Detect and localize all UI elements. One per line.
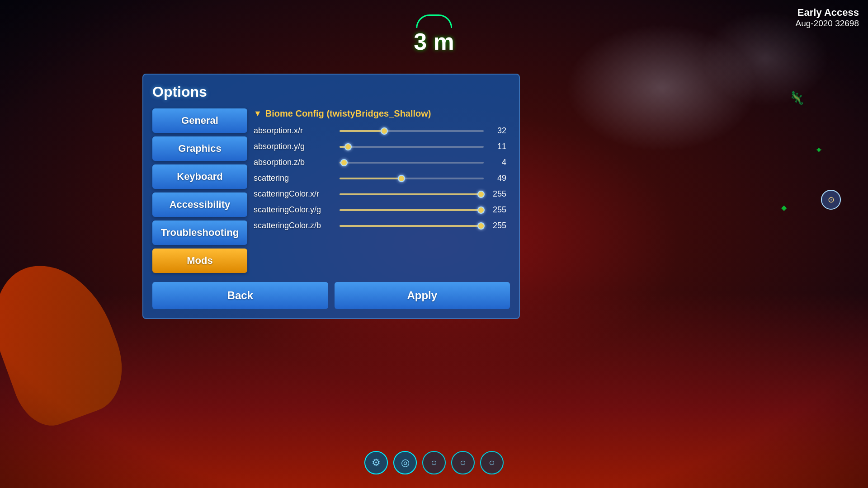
options-body: General Graphics Keyboard Accessibility … bbox=[152, 108, 510, 273]
slider-thumb-scattering[interactable] bbox=[398, 175, 405, 182]
biome-config-label: Biome Config (twistyBridges_Shallow) bbox=[265, 108, 431, 119]
slider-row-scattering-y: scatteringColor.y/g255 bbox=[254, 205, 506, 215]
slider-row-absorption-y: absorption.y/g11 bbox=[254, 142, 506, 151]
slider-thumb-absorption-z[interactable] bbox=[340, 159, 348, 166]
sliders-container: absorption.x/r32absorption.y/g11absorpti… bbox=[254, 126, 506, 230]
hud-icon-3[interactable]: ○ bbox=[451, 451, 475, 474]
slider-thumb-absorption-x[interactable] bbox=[381, 127, 388, 135]
hud-icon-4[interactable]: ○ bbox=[480, 451, 504, 474]
distance-value: 3 m bbox=[414, 28, 454, 55]
nav-btn-keyboard[interactable]: Keyboard bbox=[152, 164, 247, 189]
bottom-buttons: Back Apply bbox=[152, 282, 510, 309]
slider-label-absorption-z: absorption.z/b bbox=[254, 158, 335, 167]
compass-icon: ⊙ bbox=[821, 190, 841, 210]
slider-track-scattering-z[interactable] bbox=[340, 224, 484, 228]
slider-row-scattering-z: scatteringColor.z/b255 bbox=[254, 221, 506, 230]
nav-btn-troubleshooting[interactable]: Troubleshooting bbox=[152, 221, 247, 245]
slider-track-absorption-z[interactable] bbox=[340, 161, 484, 164]
slider-label-absorption-x: absorption.x/r bbox=[254, 126, 335, 136]
hud-icon-2[interactable]: ○ bbox=[422, 451, 446, 474]
slider-track-absorption-x[interactable] bbox=[340, 129, 484, 133]
early-access-label: Early Access bbox=[795, 7, 859, 19]
nav-btn-accessibility[interactable]: Accessibility bbox=[152, 192, 247, 217]
slider-value-absorption-z: 4 bbox=[488, 158, 506, 167]
nav-btn-graphics[interactable]: Graphics bbox=[152, 136, 247, 161]
slider-thumb-absorption-y[interactable] bbox=[344, 143, 352, 150]
nav-btn-mods[interactable]: Mods bbox=[152, 249, 247, 273]
slider-track-scattering-x[interactable] bbox=[340, 192, 484, 196]
hud-icon-1[interactable]: ◎ bbox=[393, 451, 417, 474]
slider-row-scattering: scattering49 bbox=[254, 174, 506, 183]
slider-label-absorption-y: absorption.y/g bbox=[254, 142, 335, 151]
nav-buttons: General Graphics Keyboard Accessibility … bbox=[152, 108, 247, 273]
back-button[interactable]: Back bbox=[152, 282, 328, 309]
apply-button[interactable]: Apply bbox=[335, 282, 510, 309]
slider-track-scattering[interactable] bbox=[340, 177, 484, 180]
creature: ◆ bbox=[781, 203, 787, 212]
slider-value-scattering-x: 255 bbox=[488, 189, 506, 199]
slider-label-scattering: scattering bbox=[254, 174, 335, 183]
nav-btn-general[interactable]: General bbox=[152, 108, 247, 133]
slider-track-scattering-y[interactable] bbox=[340, 208, 484, 212]
slider-value-scattering-z: 255 bbox=[488, 221, 506, 230]
chevron-down-icon: ▼ bbox=[254, 109, 262, 118]
creature: ✦ bbox=[815, 145, 823, 155]
slider-row-scattering-x: scatteringColor.x/r255 bbox=[254, 189, 506, 199]
content-panel: ▼ Biome Config (twistyBridges_Shallow) a… bbox=[254, 108, 510, 273]
slider-label-scattering-z: scatteringColor.z/b bbox=[254, 221, 335, 230]
slider-thumb-scattering-z[interactable] bbox=[477, 222, 485, 230]
slider-value-scattering: 49 bbox=[488, 174, 506, 183]
early-access-badge: Early Access Aug-2020 32698 bbox=[795, 7, 859, 28]
slider-value-absorption-x: 32 bbox=[488, 126, 506, 136]
hud-icon-0[interactable]: ⚙ bbox=[364, 451, 388, 474]
slider-row-absorption-x: absorption.x/r32 bbox=[254, 126, 506, 136]
early-access-date: Aug-2020 32698 bbox=[795, 19, 859, 28]
hud-distance-display: 3 m bbox=[414, 18, 454, 55]
options-title: Options bbox=[152, 84, 510, 100]
slider-value-scattering-y: 255 bbox=[488, 205, 506, 215]
slider-label-scattering-x: scatteringColor.x/r bbox=[254, 189, 335, 199]
slider-track-absorption-y[interactable] bbox=[340, 145, 484, 149]
bottom-hud: ⚙ ◎ ○ ○ ○ bbox=[364, 451, 504, 474]
content-scroll[interactable]: ▼ Biome Config (twistyBridges_Shallow) a… bbox=[254, 108, 510, 237]
slider-row-absorption-z: absorption.z/b4 bbox=[254, 158, 506, 167]
slider-label-scattering-y: scatteringColor.y/g bbox=[254, 205, 335, 215]
slider-value-absorption-y: 11 bbox=[488, 142, 506, 151]
slider-thumb-scattering-x[interactable] bbox=[477, 191, 485, 198]
creature: 🦎 bbox=[789, 90, 805, 105]
slider-thumb-scattering-y[interactable] bbox=[477, 206, 485, 214]
biome-config-header[interactable]: ▼ Biome Config (twistyBridges_Shallow) bbox=[254, 108, 506, 119]
options-dialog: Options General Graphics Keyboard Access… bbox=[142, 74, 520, 319]
